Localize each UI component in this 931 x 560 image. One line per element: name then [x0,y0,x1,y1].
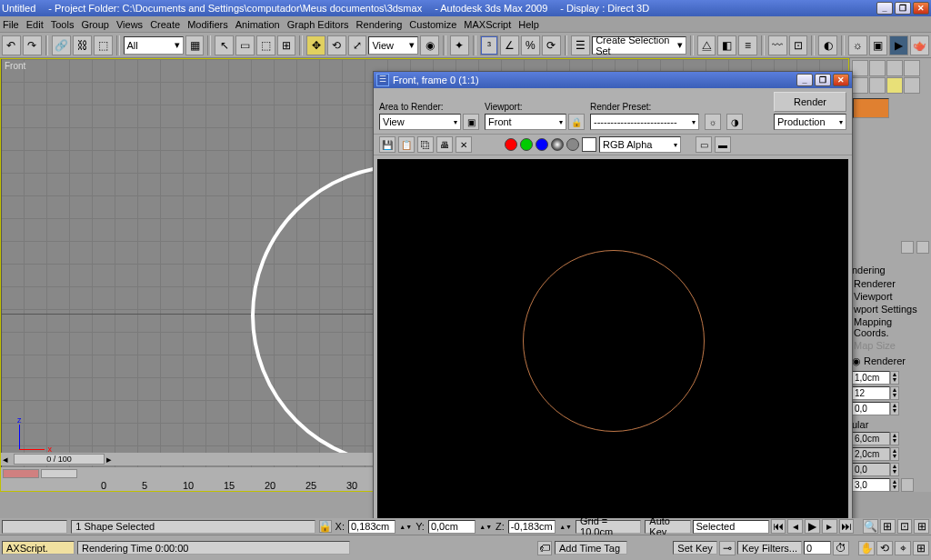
prev-frame-icon[interactable]: ◂ [787,519,803,534]
select-icon[interactable]: ↖ [215,35,234,55]
render-setup-btn-icon[interactable]: ☼ [705,114,721,130]
minimize-button[interactable]: _ [876,2,893,15]
lock-selection-icon[interactable]: 🔒 [319,520,332,533]
timetag-icon[interactable]: 🏷 [537,541,552,555]
maximize-button[interactable]: ❐ [895,2,911,15]
material-editor-icon[interactable]: ◐ [818,35,837,55]
viewport-select[interactable]: Front [485,114,566,130]
layers-icon[interactable]: ≡ [738,35,757,55]
zoom-extents-all-icon[interactable]: ⊞ [914,519,929,534]
copy-image-icon[interactable]: 📋 [398,136,415,153]
menu-edit[interactable]: Edit [26,19,44,30]
lock-aspect-icon[interactable] [901,478,914,492]
keyfilters-button[interactable]: Key Filters... [737,541,802,555]
scale-icon[interactable]: ⤢ [348,35,367,55]
channel-select[interactable]: RGB Alpha [599,136,681,153]
menu-create[interactable]: Create [150,19,180,30]
filter-combo-icon[interactable]: ▦ [185,35,205,55]
render-setup-icon[interactable]: ☼ [848,35,867,55]
maxscript-field[interactable]: AXScript. [2,541,75,555]
keymode-select[interactable]: Selected [693,520,768,534]
min-max-toggle-icon[interactable]: ⊞ [913,541,929,555]
curve-editor-icon[interactable]: 〰 [768,35,787,55]
zoom-all-icon[interactable]: ⊞ [880,519,896,534]
menu-maxscript[interactable]: MAXScript [464,19,511,30]
undo-icon[interactable]: ↶ [2,35,21,55]
fov-icon[interactable]: ⌖ [895,541,911,555]
object-color-swatch[interactable] [853,98,889,118]
play-icon[interactable]: ▶ [805,519,820,534]
menu-tools[interactable]: Tools [51,19,75,30]
thickness-field[interactable] [852,371,890,385]
environment-icon[interactable]: ◑ [726,114,743,130]
render-prod-icon[interactable]: ▶ [889,35,908,55]
menu-customize[interactable]: Customize [409,19,456,30]
menu-group[interactable]: Group [81,19,109,30]
unlink-icon[interactable]: ⛓ [73,35,92,55]
render-titlebar[interactable]: ☰ Front, frame 0 (1:1) _ ❐ ✕ [374,72,852,88]
render-min-button[interactable]: _ [796,74,813,86]
refcoord-select[interactable]: View▾ [368,36,418,55]
list-vpsettings[interactable]: wport Settings [852,303,929,315]
trackbar-button[interactable] [41,469,77,478]
named-sel-select[interactable]: Create Selection Set▾ [592,36,686,55]
addtimetag-button[interactable]: Add Time Tag [555,541,627,555]
time-config-icon[interactable]: ⏱ [833,541,849,555]
pin-icon[interactable] [901,241,914,254]
zoom-icon[interactable]: 🔍 [863,519,878,534]
print-icon[interactable]: 🖶 [436,136,453,153]
select-name-icon[interactable]: ▭ [235,35,255,55]
channel-mono-icon[interactable] [566,138,579,151]
channel-blue-icon[interactable] [536,138,548,151]
menu-help[interactable]: Help [518,19,539,30]
mirror-icon[interactable]: ⧋ [697,35,716,55]
y-coord-field[interactable]: 0,0cm [428,520,476,534]
rotate-icon[interactable]: ⟲ [327,35,346,55]
clear-icon[interactable]: ✕ [455,136,472,153]
goto-end-icon[interactable]: ⏭ [839,519,855,534]
menu-grapheditors[interactable]: Graph Editors [287,19,349,30]
list-viewport[interactable]: Viewport [852,290,929,303]
percent-snap-icon[interactable]: % [521,35,540,55]
rendered-frame-icon[interactable]: ▣ [869,35,888,55]
rollout-rectangular[interactable]: ular [852,419,929,430]
link-icon[interactable]: 🔗 [52,35,71,55]
menu-file[interactable]: File [3,19,19,30]
z-coord-field[interactable]: -0,183cm [508,520,556,534]
pan-icon[interactable]: ✋ [858,541,875,555]
select-manipulate-icon[interactable]: ✦ [450,35,469,55]
production-select[interactable]: Production [774,114,846,130]
schematic-icon[interactable]: ⊡ [789,35,808,55]
trackbar-key-button[interactable] [3,469,39,478]
window-crossing-icon[interactable]: ⊞ [277,35,296,55]
close-button[interactable]: ✕ [913,2,929,15]
redo-icon[interactable]: ↷ [23,35,42,55]
arc-rotate-icon[interactable]: ⟲ [876,541,893,555]
render-window[interactable]: ☰ Front, frame 0 (1:1) _ ❐ ✕ Area to Ren… [373,71,853,525]
menu-rendering[interactable]: Rendering [356,19,403,30]
config-icon[interactable] [916,241,929,254]
display-tab-icon[interactable] [852,77,868,94]
render-close-button[interactable]: ✕ [833,74,849,86]
setkey-button[interactable]: Set Key [673,541,717,555]
bind-icon[interactable]: ⬚ [94,35,113,55]
channel-green-icon[interactable] [520,138,533,151]
toggle-ui-icon[interactable]: ▭ [696,136,712,153]
area-region-icon[interactable]: ▣ [463,114,479,130]
list-mapping[interactable]: Mapping Coords. [852,315,929,339]
zoom-extents-icon[interactable]: ⊡ [897,519,913,534]
preset-select[interactable]: ------------------------- [590,114,699,130]
autokey-button[interactable]: Auto Key [645,520,691,534]
modify-tab-icon[interactable] [869,60,886,76]
toggle-overlay-icon[interactable]: ▬ [715,136,731,153]
viewport-lock-icon[interactable]: 🔒 [568,114,585,130]
create-tab-icon[interactable] [852,60,868,76]
time-slider-thumb[interactable]: 0 / 100 [14,454,105,465]
render-button[interactable]: Render [774,92,846,112]
current-frame-field[interactable]: 0 [804,541,831,555]
channel-red-icon[interactable] [505,138,517,151]
panel-subtab2-icon[interactable] [904,77,920,94]
motion-tab-icon[interactable] [904,60,920,76]
align-icon[interactable]: ◧ [717,35,736,55]
utilities-tab-icon[interactable] [869,77,886,94]
